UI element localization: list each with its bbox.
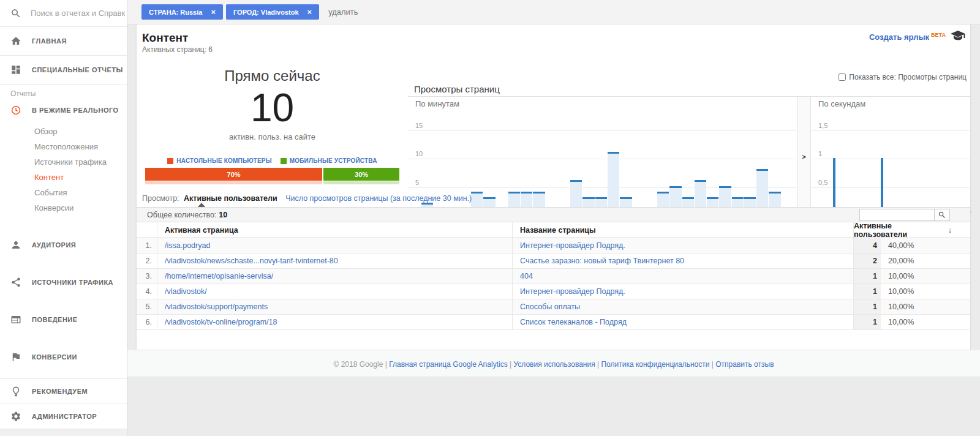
table-search-input[interactable] (859, 209, 934, 221)
show-all-label: Показать все: Просмотры страниц (849, 73, 967, 81)
col-active-page[interactable]: Активная страница (157, 222, 513, 238)
sidebar-subitem-Конверсии[interactable]: Конверсии (0, 200, 127, 216)
active-users-count: 10 (137, 86, 408, 130)
view-option-active-users[interactable]: Активные пользователи (184, 194, 277, 203)
realtime-subnav: ОбзорМестоположенияИсточники трафикаКонт… (0, 121, 127, 222)
table-row: 2./vladivostok/news/schaste...novyi-tari… (137, 254, 970, 269)
delete-filters-link[interactable]: удалить (328, 7, 358, 17)
page-url-link[interactable]: /vladivostok/ (165, 287, 207, 296)
show-all-toggle[interactable]: Показать все: Просмотры страниц (839, 73, 967, 81)
page-url-link[interactable]: /home/internet/opisanie-servisa/ (165, 272, 273, 280)
sidebar-subitem-Контент[interactable]: Контент (0, 170, 127, 185)
page-subtitle: Активных страниц: 6 (142, 45, 213, 54)
active-users-value: 4 (854, 238, 881, 253)
active-users-percent: 10,00% (881, 272, 970, 280)
sidebar-collapse-strip[interactable] (0, 429, 127, 436)
col-page-title[interactable]: Название страницы (513, 222, 854, 238)
active-users-value: 1 (854, 315, 881, 329)
sidebar-item-behavior[interactable]: ПОВЕДЕНИЕ (0, 305, 127, 334)
col-active-users[interactable]: Активные пользователи ↓ (854, 222, 970, 239)
active-users-percent: 10,00% (881, 287, 970, 296)
total-value: 10 (219, 211, 227, 219)
footer: © 2018 Google | Главная страница Google … (127, 360, 980, 369)
chart-grid-label: 1 (818, 150, 822, 157)
filter-chip[interactable]: ГОРОД: Vladivostok× (226, 4, 319, 20)
table-body: 1./issa.podryadИнтернет-провайдер Подряд… (137, 238, 970, 330)
table-search-button[interactable] (934, 209, 950, 221)
right-now-title: Прямо сейчас (137, 67, 408, 85)
create-shortcut-link[interactable]: Создать ярлыкБЕТА (869, 32, 946, 42)
academy-hat-icon[interactable] (951, 31, 965, 43)
page-title-link[interactable]: Список телеканалов - Подряд (520, 318, 627, 326)
sidebar-item-acquisition[interactable]: ИСТОЧНИКИ ТРАФИКА (0, 268, 127, 296)
page-url-link[interactable]: /issa.podryad (165, 241, 210, 250)
row-number: 3. (137, 269, 157, 284)
view-option-pageviews[interactable]: Число просмотров страницы (за последние … (285, 194, 472, 203)
behavior-icon (10, 314, 21, 325)
sidebar-item-realtime[interactable]: В РЕЖИМЕ РЕАЛЬНОГО (0, 99, 127, 121)
filter-bar: СТРАНА: Russia×ГОРОД: Vladivostok× удали… (127, 0, 980, 24)
sidebar-item-audience[interactable]: АУДИТОРИЯ (0, 230, 127, 259)
page-url-link[interactable]: /vladivostok/tv-online/program/18 (165, 318, 277, 326)
footer-link[interactable]: Условия использования (513, 360, 595, 369)
sidebar-item-label: ИСТОЧНИКИ ТРАФИКА (32, 279, 113, 286)
filter-chip[interactable]: СТРАНА: Russia× (141, 4, 223, 20)
filter-chip-label: СТРАНА: Russia (149, 9, 202, 16)
sidebar-item-gear[interactable]: АДМИНИСТРАТОР (0, 404, 127, 429)
show-all-checkbox[interactable] (839, 73, 846, 81)
sidebar-item-label: ПОВЕДЕНИЕ (32, 316, 78, 323)
view-toggle: Просмотр: Активные пользователи Число пр… (137, 194, 970, 207)
device-legend: НАСТОЛЬНЫЕ КОМПЬЮТЕРЫМОБИЛЬНЫЕ УСТРОЙСТВ… (137, 157, 408, 164)
device-segment: 30% (323, 168, 399, 181)
footer-links: | Главная страница Google Analytics | Ус… (383, 360, 774, 369)
legend-swatch (281, 158, 287, 164)
sidebar-subitem-Местоположения[interactable]: Местоположения (0, 139, 127, 154)
total-bar: Общее количество: 10 (137, 207, 970, 222)
sidebar-item-label: АУДИТОРИЯ (32, 241, 76, 249)
page-title-link[interactable]: Способы оплаты (520, 303, 580, 311)
lightbulb-icon (10, 386, 21, 397)
audience-icon (10, 239, 21, 250)
sidebar-search[interactable]: Поиск в отчетах и Справк (0, 0, 127, 27)
sidebar-item-home[interactable]: ГЛАВНАЯ (0, 27, 127, 56)
sidebar-item-label: В РЕЖИМЕ РЕАЛЬНОГО (32, 107, 119, 114)
row-number: 1. (137, 238, 157, 253)
legend-item[interactable]: МОБИЛЬНЫЕ УСТРОЙСТВА (281, 157, 377, 164)
chart-gridline (811, 130, 970, 131)
remove-filter-icon[interactable]: × (211, 7, 216, 17)
device-split-bar: 70%30% (145, 168, 399, 181)
clock-icon (10, 105, 21, 116)
footer-link[interactable]: Главная страница Google Analytics (389, 360, 507, 369)
footer-link[interactable]: Политика конфиденциальности (601, 360, 709, 369)
acquisition-icon (10, 277, 21, 288)
selected-view-caret (198, 203, 205, 207)
row-number: 2. (137, 254, 157, 268)
sidebar-subitem-События[interactable]: События (0, 185, 127, 200)
page-url-link[interactable]: /vladivostok/news/schaste...novyi-tarif-… (165, 257, 338, 265)
device-segment-reflection (323, 181, 399, 184)
legend-item[interactable]: НАСТОЛЬНЫЕ КОМПЬЮТЕРЫ (167, 157, 271, 164)
device-split-reflection (145, 181, 399, 184)
sidebar-subitem-Обзор[interactable]: Обзор (0, 124, 127, 139)
legend-label: МОБИЛЬНЫЕ УСТРОЙСТВА (290, 157, 377, 164)
active-users-percent: 10,00% (881, 318, 970, 326)
page-title-link[interactable]: Счастье заразно: новый тариф Твинтернет … (520, 257, 684, 265)
footer-link[interactable]: Отправить отзыв (715, 360, 774, 369)
down-arrow-icon[interactable]: ↓ (948, 226, 952, 235)
sidebar-bottom: РЕКОМЕНДУЕМАДМИНИСТРАТОР (0, 378, 127, 429)
sidebar-item-label: ГЛАВНАЯ (32, 37, 67, 45)
sidebar-item-custom-reports[interactable]: СПЕЦИАЛЬНЫЕ ОТЧЕТЫ (0, 56, 127, 85)
page-title-link[interactable]: Интернет-провайдер Подряд. (520, 287, 625, 296)
gear-icon (10, 411, 21, 422)
filter-chip-label: ГОРОД: Vladivostok (233, 9, 299, 16)
remove-filter-icon[interactable]: × (307, 7, 312, 17)
row-number: 6. (137, 315, 157, 329)
pageviews-panel: Просмотры страниц Показать все: Просмотр… (408, 58, 970, 217)
sidebar-subitem-Источники трафика[interactable]: Источники трафика (0, 154, 127, 170)
page-title-link[interactable]: 404 (520, 272, 533, 280)
sidebar-item-conversions[interactable]: КОНВЕРСИИ (0, 342, 127, 371)
page-title-link[interactable]: Интернет-провайдер Подряд. (520, 241, 625, 250)
page-url-link[interactable]: /vladivostok/support/payments (165, 303, 268, 311)
sidebar-item-lightbulb[interactable]: РЕКОМЕНДУЕМ (0, 378, 127, 404)
active-users-value: 1 (854, 284, 881, 299)
